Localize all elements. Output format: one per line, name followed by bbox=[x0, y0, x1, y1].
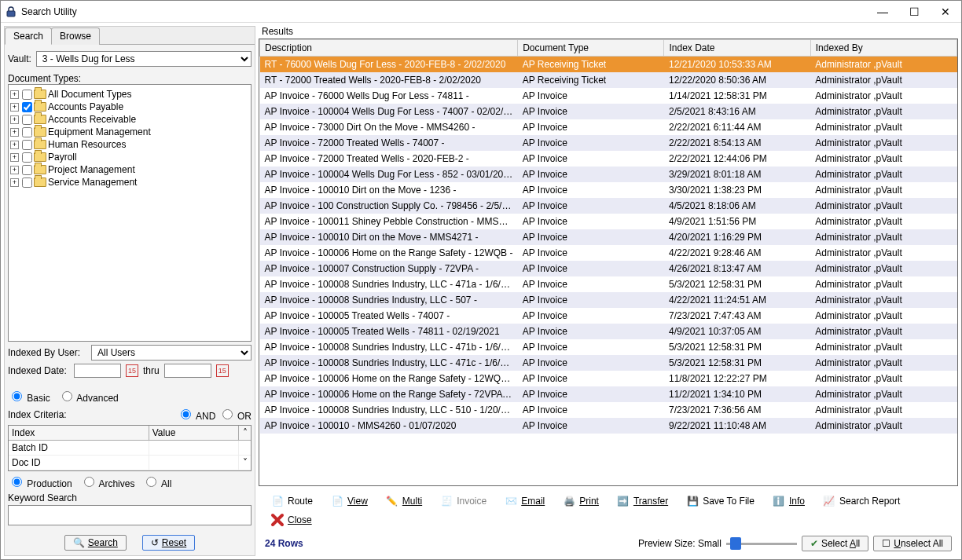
table-row[interactable]: AP Invoice - 100006 Home on the Range Sa… bbox=[260, 386, 957, 402]
expand-icon[interactable]: + bbox=[10, 141, 19, 149]
table-row[interactable]: AP Invoice - 100005 Treated Wells - 7481… bbox=[260, 324, 957, 339]
table-row[interactable]: AP Invoice - 100010 Dirt on the Move - M… bbox=[260, 229, 957, 245]
window-minimize[interactable]: — bbox=[867, 2, 898, 22]
expand-icon[interactable]: + bbox=[10, 103, 19, 112]
col-description[interactable]: Description bbox=[260, 40, 518, 57]
table-row[interactable]: AP Invoice - 100007 Construction Supply … bbox=[260, 261, 957, 276]
tree-item[interactable]: +Equipment Management bbox=[10, 126, 249, 138]
table-row[interactable]: AP Invoice - 100005 Treated Wells - 7400… bbox=[260, 308, 957, 324]
invoice-button[interactable]: 🧾 Invoice bbox=[432, 492, 494, 511]
col-indexed-by[interactable]: Indexed By bbox=[810, 40, 956, 57]
radio-basic[interactable]: Basic bbox=[8, 389, 50, 404]
tree-item[interactable]: +Project Management bbox=[10, 163, 249, 176]
check-icon: ✔ bbox=[810, 538, 818, 549]
table-row[interactable]: AP Invoice - 100006 Home on the Range Sa… bbox=[260, 371, 957, 386]
table-row[interactable]: AP Invoice - 72000 Treated Wells - 74007… bbox=[260, 135, 957, 151]
tree-item[interactable]: +Accounts Receivable bbox=[10, 113, 249, 126]
window-maximize[interactable]: ☐ bbox=[898, 2, 930, 22]
indexed-by-user-select[interactable]: All Users bbox=[91, 345, 252, 361]
calendar-icon[interactable]: 15 bbox=[216, 364, 229, 377]
tree-checkbox[interactable] bbox=[22, 140, 32, 150]
reset-button[interactable]: ↺ Reset bbox=[142, 535, 195, 551]
search-button[interactable]: 🔍 Search bbox=[64, 535, 127, 551]
expand-icon[interactable]: + bbox=[10, 128, 19, 137]
tab-search[interactable]: Search bbox=[5, 27, 52, 45]
search-report-button[interactable]: 📈 Search Report bbox=[815, 492, 907, 511]
document-types-tree[interactable]: +All Document Types+Accounts Payable+Acc… bbox=[8, 84, 252, 342]
radio-production[interactable]: Production bbox=[8, 474, 72, 489]
route-button[interactable]: 📄 Route bbox=[263, 492, 320, 511]
table-row[interactable]: AP Invoice - 100006 Home on the Range Sa… bbox=[260, 245, 957, 261]
cell-indexdate: 7/23/2021 7:36:56 AM bbox=[664, 402, 810, 418]
tree-checkbox[interactable] bbox=[22, 165, 32, 175]
tree-checkbox[interactable] bbox=[22, 127, 32, 137]
radio-advanced[interactable]: Advanced bbox=[58, 389, 119, 404]
chevron-up-icon[interactable]: ˄ bbox=[238, 426, 251, 440]
table-row[interactable]: RT - 76000 Wells Dug For Less - 2020-FEB… bbox=[260, 57, 957, 73]
table-row[interactable]: AP Invoice - 100010 - MMS4260 - 01/07/20… bbox=[260, 418, 957, 434]
tree-item[interactable]: +Service Management bbox=[10, 176, 249, 188]
table-row[interactable]: AP Invoice - 76000 Wells Dug For Less - … bbox=[260, 88, 957, 104]
radio-or[interactable]: OR bbox=[218, 411, 252, 422]
tab-browse[interactable]: Browse bbox=[51, 27, 100, 45]
keyword-search-input[interactable] bbox=[8, 505, 252, 525]
view-button[interactable]: 📄 View bbox=[323, 492, 375, 511]
save-to-file-button[interactable]: 💾 Save To File bbox=[678, 492, 762, 511]
email-button[interactable]: ✉️ Email bbox=[497, 492, 552, 511]
table-row[interactable]: RT - 72000 Treated Wells - 2020-FEB-8 - … bbox=[260, 72, 957, 88]
table-row[interactable]: AP Invoice - 100008 Sundries Industry, L… bbox=[260, 339, 957, 355]
cell-indexedby: Administrator ,pVault bbox=[810, 214, 956, 229]
close-button[interactable]: Close bbox=[263, 511, 319, 529]
transfer-button[interactable]: ➡️ Transfer bbox=[609, 492, 675, 511]
expand-icon[interactable]: + bbox=[10, 115, 19, 124]
radio-and[interactable]: AND bbox=[177, 411, 215, 422]
indexed-date-to[interactable] bbox=[164, 364, 211, 378]
indexed-date-from[interactable] bbox=[74, 364, 121, 378]
tree-checkbox[interactable] bbox=[22, 102, 32, 112]
table-row[interactable]: AP Invoice - 100004 Wells Dug For Less -… bbox=[260, 104, 957, 119]
cell-indexedby: Administrator ,pVault bbox=[810, 292, 956, 308]
tree-checkbox[interactable] bbox=[22, 152, 32, 163]
expand-icon[interactable]: + bbox=[10, 178, 19, 187]
tree-checkbox[interactable] bbox=[22, 178, 32, 188]
table-row[interactable]: AP Invoice - 100008 Sundries Industry, L… bbox=[260, 355, 957, 371]
unselect-all-button[interactable]: ☐ Unselect All bbox=[873, 536, 952, 551]
table-row[interactable]: AP Invoice - 100011 Shiney Pebble Constr… bbox=[260, 214, 957, 229]
criteria-row[interactable]: Doc ID˅ bbox=[9, 456, 251, 470]
print-button[interactable]: 🖨️ Print bbox=[555, 492, 606, 511]
col-document-type[interactable]: Document Type bbox=[518, 40, 664, 57]
radio-archives[interactable]: Archives bbox=[80, 474, 135, 489]
tree-item[interactable]: +Human Resources bbox=[10, 138, 249, 151]
info-button[interactable]: ℹ️ Info bbox=[765, 492, 812, 511]
tree-item[interactable]: +Accounts Payable bbox=[10, 101, 249, 113]
table-row[interactable]: AP Invoice - 100008 Sundries Industry, L… bbox=[260, 402, 957, 418]
radio-all[interactable]: All bbox=[142, 474, 171, 489]
chevron-down-icon[interactable] bbox=[238, 441, 251, 455]
criteria-row[interactable]: Batch ID bbox=[9, 441, 251, 456]
multi-button[interactable]: ✏️ Multi bbox=[378, 492, 429, 511]
col-index-date[interactable]: Index Date bbox=[664, 40, 810, 57]
window-close[interactable]: ✕ bbox=[930, 2, 961, 22]
table-row[interactable]: AP Invoice - 100008 Sundries Industry, L… bbox=[260, 276, 957, 292]
tree-item[interactable]: +All Document Types bbox=[10, 88, 249, 101]
table-row[interactable]: AP Invoice - 73000 Dirt On the Move - MM… bbox=[260, 119, 957, 135]
table-row[interactable]: AP Invoice - 100010 Dirt on the Move - 1… bbox=[260, 182, 957, 198]
table-row[interactable]: AP Invoice - 100008 Sundries Industry, L… bbox=[260, 292, 957, 308]
tree-checkbox[interactable] bbox=[22, 90, 32, 100]
cell-indexdate: 1/14/2021 12:58:31 PM bbox=[664, 88, 810, 104]
table-row[interactable]: AP Invoice - 72000 Treated Wells - 2020-… bbox=[260, 151, 957, 167]
preview-size-slider[interactable] bbox=[726, 543, 797, 545]
expand-icon[interactable]: + bbox=[10, 166, 19, 174]
chevron-down-icon[interactable]: ˅ bbox=[238, 456, 251, 470]
expand-icon[interactable]: + bbox=[10, 153, 19, 162]
cell-indexdate: 5/3/2021 12:58:31 PM bbox=[664, 276, 810, 292]
calendar-icon[interactable]: 15 bbox=[126, 364, 138, 377]
select-all-button[interactable]: ✔ Select All bbox=[802, 536, 868, 551]
tree-item[interactable]: +Payroll bbox=[10, 151, 249, 163]
vault-select[interactable]: 3 - Wells Dug for Less bbox=[36, 51, 252, 67]
expand-icon[interactable]: + bbox=[10, 90, 19, 99]
tree-checkbox[interactable] bbox=[22, 115, 32, 125]
index-criteria-grid[interactable]: Index Value ˄ Batch IDDoc ID˅ bbox=[8, 425, 252, 471]
table-row[interactable]: AP Invoice - 100004 Wells Dug For Less -… bbox=[260, 167, 957, 182]
table-row[interactable]: AP Invoice - 100 Construction Supply Co.… bbox=[260, 198, 957, 214]
